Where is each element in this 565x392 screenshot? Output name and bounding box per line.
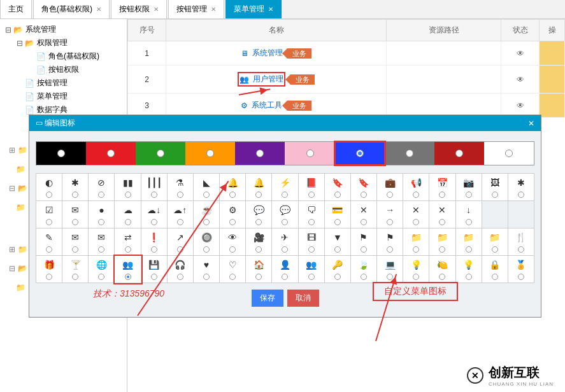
icon-option[interactable]: 👥 xyxy=(115,256,141,283)
icon-option[interactable]: 💼 xyxy=(377,174,403,201)
table-row[interactable]: 2 👥 用户管理 业务 xyxy=(128,66,565,94)
color-swatch[interactable] xyxy=(136,142,185,165)
close-icon[interactable]: ✕ xyxy=(528,119,534,128)
icon-option[interactable]: 🔔 xyxy=(246,174,272,201)
icon-option[interactable]: 🍴 xyxy=(508,228,534,256)
icon-option[interactable]: ♥ xyxy=(194,256,220,283)
icon-option[interactable]: ● xyxy=(89,201,115,228)
table-row[interactable]: 3 ⚙ 系统工具 业务 xyxy=(128,94,565,118)
collapse-icon[interactable]: ⊟ xyxy=(4,25,13,34)
tab-btn-perm[interactable]: 按钮权限✕ xyxy=(111,0,167,18)
icon-option[interactable]: 🏠 xyxy=(246,256,272,283)
icon-option[interactable]: 👥 xyxy=(299,256,325,283)
icon-option[interactable]: ◐ xyxy=(36,174,62,201)
icon-option[interactable]: ✕ xyxy=(429,201,455,228)
icon-option[interactable]: 🔘 xyxy=(194,228,220,256)
icon-option[interactable]: 👁 xyxy=(220,228,246,256)
icon-option[interactable]: 💬 xyxy=(246,201,272,228)
close-icon[interactable]: ✕ xyxy=(154,6,159,13)
eye-icon[interactable] xyxy=(517,101,524,110)
icon-option[interactable]: 🍋 xyxy=(429,256,455,283)
eye-icon[interactable] xyxy=(517,75,524,84)
icon-option[interactable]: 💡 xyxy=(403,256,429,283)
icon-option[interactable]: 📁 xyxy=(456,228,482,256)
icon-option[interactable]: 🎞 xyxy=(299,228,325,256)
icon-option[interactable]: 🍸 xyxy=(62,256,89,283)
icon-option[interactable]: ▼ xyxy=(325,228,351,256)
icon-option[interactable]: 🍃 xyxy=(351,256,377,283)
icon-option[interactable]: 📢 xyxy=(403,174,429,201)
icon-option[interactable]: ✉ xyxy=(62,201,89,228)
icon-option[interactable]: 📷 xyxy=(456,174,482,201)
icon-option[interactable]: 🌐 xyxy=(89,256,115,283)
icon-option[interactable]: ✈ xyxy=(272,228,298,256)
icon-option[interactable]: ☁↓ xyxy=(141,201,168,228)
icon-option[interactable]: 📁 xyxy=(403,228,429,256)
icon-option[interactable]: ☁ xyxy=(115,201,141,228)
close-icon[interactable]: ✕ xyxy=(211,6,216,13)
icon-option[interactable]: ✱ xyxy=(62,174,89,201)
icon-option[interactable]: ❗ xyxy=(141,228,168,256)
icon-option[interactable]: 🖼 xyxy=(482,174,508,201)
tab-role[interactable]: 角色(基础权限)✕ xyxy=(33,0,110,18)
icon-option[interactable]: ⚑ xyxy=(377,228,403,256)
icon-option[interactable]: ✉ xyxy=(62,228,89,256)
tree-node-menumgmt[interactable]: 菜单管理 xyxy=(15,90,123,103)
icon-option[interactable]: 📁 xyxy=(482,228,508,256)
icon-option[interactable]: 🔖 xyxy=(351,174,377,201)
tree-node-btnmgmt[interactable]: 按钮管理 xyxy=(15,76,123,90)
icon-option[interactable]: ⚙ xyxy=(220,201,246,228)
icon-option[interactable]: ✱ xyxy=(508,174,534,201)
icon-option[interactable]: 💾 xyxy=(141,256,168,283)
tree-node-role[interactable]: 角色(基础权限) xyxy=(27,50,123,63)
icon-option[interactable]: ▮▮ xyxy=(115,174,141,201)
icon-option[interactable]: 📕 xyxy=(299,174,325,201)
tree-node-perm[interactable]: ⊟权限管理 xyxy=(15,36,123,50)
icon-option[interactable]: → xyxy=(377,201,403,228)
icon-option[interactable]: ⇄ xyxy=(115,228,141,256)
close-icon[interactable]: ✕ xyxy=(268,6,273,13)
icon-option[interactable]: ✎ xyxy=(36,228,62,256)
icon-option[interactable]: ⊘ xyxy=(89,174,115,201)
tree-node-btnperm[interactable]: 按钮权限 xyxy=(27,63,123,76)
cancel-button[interactable]: 取消 xyxy=(287,290,319,307)
icon-option[interactable]: 📅 xyxy=(429,174,455,201)
icon-option[interactable]: 🔑 xyxy=(325,256,351,283)
icon-option[interactable]: 🎧 xyxy=(168,256,194,283)
cell-op[interactable] xyxy=(540,94,565,118)
icon-option[interactable]: 👤 xyxy=(272,256,298,283)
color-swatch[interactable] xyxy=(86,142,136,165)
cell-op[interactable] xyxy=(540,66,565,94)
icon-option[interactable]: ✕ xyxy=(351,201,377,228)
color-swatch[interactable] xyxy=(434,142,484,165)
icon-option[interactable]: ┃┃┃ xyxy=(141,174,168,201)
icon-option[interactable]: ✕ xyxy=(403,201,429,228)
icon-option[interactable]: 🎁 xyxy=(36,256,62,283)
icon-option[interactable]: ♡ xyxy=(220,256,246,283)
color-swatch[interactable] xyxy=(335,142,385,165)
icon-option[interactable]: ⚗ xyxy=(168,174,194,201)
color-swatch[interactable] xyxy=(385,142,434,165)
icon-option[interactable]: ⚡ xyxy=(272,174,298,201)
icon-option[interactable]: 💳 xyxy=(325,201,351,228)
icon-option[interactable]: ✉ xyxy=(89,228,115,256)
close-icon[interactable]: ✕ xyxy=(96,6,101,13)
tab-btn-mgmt[interactable]: 按钮管理✕ xyxy=(168,0,224,18)
icon-option[interactable]: 💡 xyxy=(456,256,482,283)
color-swatch[interactable] xyxy=(185,142,235,165)
icon-option[interactable]: ☁↑ xyxy=(168,201,194,228)
collapse-icon[interactable]: ⊟ xyxy=(15,39,24,48)
icon-option[interactable]: ⚑ xyxy=(351,228,377,256)
icon-option[interactable]: ↓ xyxy=(456,201,482,228)
color-swatch[interactable] xyxy=(235,142,285,165)
eye-icon[interactable] xyxy=(517,49,524,58)
color-swatch[interactable] xyxy=(484,142,534,165)
color-swatch[interactable] xyxy=(285,142,334,165)
tab-menu-mgmt[interactable]: 菜单管理✕ xyxy=(225,0,282,18)
icon-option[interactable]: 🗨 xyxy=(299,201,325,228)
icon-option[interactable]: 🔒 xyxy=(482,256,508,283)
save-button[interactable]: 保存 xyxy=(252,290,283,307)
icon-option[interactable]: 💬 xyxy=(272,201,298,228)
icon-option[interactable]: 📁 xyxy=(429,228,455,256)
cell-op[interactable] xyxy=(540,41,565,66)
